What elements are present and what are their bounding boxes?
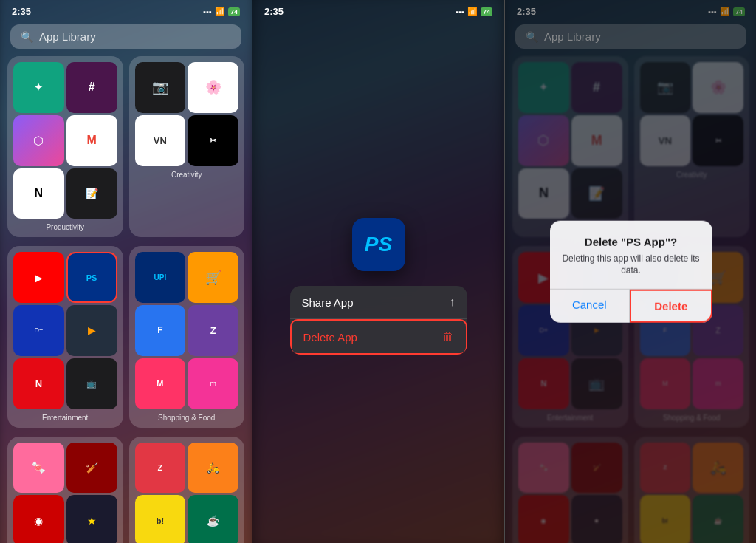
creativity-apps: 📷 🌸 VN ✂ [135, 62, 239, 166]
trash-icon: 🗑 [442, 330, 454, 344]
panel2-phone: 2:35 ▪▪▪ 📶 74 PS Share App ↑ Delete App … [252, 0, 504, 543]
games-apps: 🍬 🏏 ◉ ★ [13, 443, 117, 544]
app-notion-1[interactable]: N [13, 168, 64, 219]
app-vn-1[interactable]: VN [135, 115, 186, 166]
app-starbucks-1[interactable]: ☕ [188, 495, 238, 543]
app-flipkart-1[interactable]: F [135, 305, 186, 356]
status-right-2: ▪▪▪ 📶 74 [456, 7, 492, 16]
status-bar-1: 2:35 ▪▪▪ 📶 74 [0, 0, 252, 20]
app-gmail-1[interactable]: M [66, 115, 117, 166]
panel2-main: PS Share App ↑ Delete App 🗑 [252, 30, 504, 543]
search-bar-1[interactable]: 🔍 App Library [10, 24, 241, 49]
time-label-2: 2:35 [264, 6, 284, 17]
time-label-1: 2:35 [12, 6, 31, 17]
alert-body: Deleting this app will also delete its d… [562, 252, 701, 277]
alert-delete-button[interactable]: Delete [630, 290, 712, 323]
app-grid-1: ✦ # ⬡ M N 📝 Productivity 📷 🌸 VN [0, 56, 252, 543]
folder-row-1: ✦ # ⬡ M N 📝 Productivity 📷 🌸 VN [7, 56, 244, 237]
creativity-label: Creativity [171, 171, 202, 179]
signal-icon-1: ▪▪▪ [203, 7, 212, 16]
delete-label: Delete App [303, 331, 357, 344]
app-ps-1[interactable]: PS [66, 252, 117, 303]
panel1-phone: 2:35 ▪▪▪ 📶 74 🔍 App Library ✦ # ⬡ [0, 0, 252, 543]
status-bar-2: 2:35 ▪▪▪ 📶 74 [252, 0, 504, 20]
wifi-icon-1: 📶 [215, 7, 225, 16]
folder-row-2: ▶ PS D+ ▶ N 📺 Entertainment UPI 🛒 F [7, 246, 244, 427]
context-delete[interactable]: Delete App 🗑 [290, 319, 467, 355]
app-zepto-1[interactable]: Z [188, 305, 238, 356]
app-extra-1[interactable]: 📺 [66, 358, 117, 409]
search-icon-1: 🔍 [21, 31, 33, 43]
context-share[interactable]: Share App ↑ [290, 286, 467, 319]
app-meesho-1[interactable]: m [188, 358, 238, 409]
app-camera-1[interactable]: 📷 [135, 62, 186, 113]
search-label-1: App Library [39, 30, 96, 43]
productivity-apps: ✦ # ⬡ M N 📝 [13, 62, 117, 219]
app-amazon-1[interactable]: 🛒 [188, 252, 238, 303]
ps-logo: PS [365, 233, 392, 256]
app-blinkit-1[interactable]: b! [135, 495, 186, 543]
ps-app-icon-large: PS [352, 218, 405, 271]
entertainment-label: Entertainment [42, 414, 88, 422]
folder-row-3: 🍬 🏏 ◉ ★ Games Z 🛵 b! ☕ Food & Dr [7, 437, 244, 544]
app-prime-1[interactable]: ▶ [66, 305, 117, 356]
productivity-label: Productivity [46, 223, 84, 231]
share-label: Share App [302, 296, 354, 309]
context-menu: Share App ↑ Delete App 🗑 [290, 286, 467, 355]
folder-productivity[interactable]: ✦ # ⬡ M N 📝 Productivity [7, 56, 123, 237]
app-youtube-1[interactable]: ▶ [13, 252, 64, 303]
app-myntra-1[interactable]: M [135, 358, 186, 409]
panel1-content: 2:35 ▪▪▪ 📶 74 🔍 App Library ✦ # ⬡ [0, 0, 252, 543]
entertainment-apps: ▶ PS D+ ▶ N 📺 [13, 252, 117, 409]
battery-badge-2: 74 [481, 7, 492, 16]
alert-title: Delete "PS App"? [562, 235, 701, 247]
folder-shopping[interactable]: UPI 🛒 F Z M m Shopping & Food [129, 246, 245, 427]
app-chatgpt-1[interactable]: ✦ [13, 62, 64, 113]
status-right-1: ▪▪▪ 📶 74 [203, 7, 240, 16]
app-notion2-1[interactable]: 📝 [66, 168, 117, 219]
shopping-apps: UPI 🛒 F Z M m [135, 252, 239, 409]
alert-buttons: Cancel Delete [550, 289, 712, 323]
app-brawl-1[interactable]: ★ [66, 495, 117, 543]
app-capcut-1[interactable]: ✂ [188, 115, 238, 166]
app-pokemon-1[interactable]: ◉ [13, 495, 64, 543]
app-paytm-1[interactable]: UPI [135, 252, 186, 303]
app-rc-1[interactable]: 🏏 [66, 443, 117, 494]
folder-creativity[interactable]: 📷 🌸 VN ✂ Creativity [129, 56, 245, 237]
share-icon: ↑ [450, 296, 456, 309]
app-photos-1[interactable]: 🌸 [188, 62, 238, 113]
folder-games[interactable]: 🍬 🏏 ◉ ★ Games [7, 437, 123, 544]
app-zomato-1[interactable]: Z [135, 443, 186, 494]
shopping-label: Shopping & Food [158, 414, 215, 422]
wifi-icon-2: 📶 [467, 7, 478, 16]
app-disney-1[interactable]: D+ [13, 305, 64, 356]
app-netflix-1[interactable]: N [13, 358, 64, 409]
panel3-phone: 2:35 ▪▪▪ 📶 74 🔍 App Library ✦ # ⬡ M [505, 0, 756, 543]
signal-icon-2: ▪▪▪ [456, 7, 464, 16]
battery-badge-1: 74 [228, 7, 240, 16]
folder-entertainment[interactable]: ▶ PS D+ ▶ N 📺 Entertainment [7, 246, 123, 427]
food-apps: Z 🛵 b! ☕ [135, 443, 239, 544]
app-swiggy-1[interactable]: 🛵 [188, 443, 238, 494]
folder-food[interactable]: Z 🛵 b! ☕ Food & Drinks [129, 437, 245, 544]
app-candy-1[interactable]: 🍬 [13, 443, 64, 494]
alert-cancel-button[interactable]: Cancel [550, 290, 630, 323]
alert-dialog: Delete "PS App"? Deleting this app will … [550, 220, 712, 323]
app-slack-1[interactable]: # [66, 62, 117, 113]
app-shortcuts-1[interactable]: ⬡ [13, 115, 64, 166]
